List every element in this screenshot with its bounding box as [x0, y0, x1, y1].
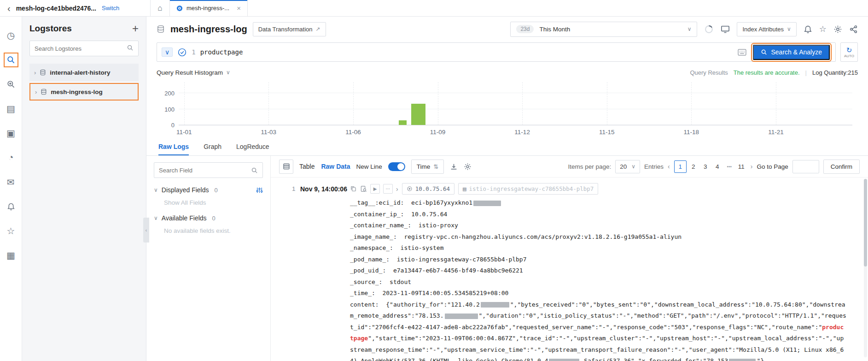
- histogram-bar[interactable]: [411, 104, 425, 125]
- page-button-2[interactable]: 2: [688, 160, 699, 173]
- close-tab-icon[interactable]: ×: [237, 4, 241, 12]
- back-icon[interactable]: ‹: [7, 4, 11, 13]
- scrollbar-thumb[interactable]: [864, 179, 867, 266]
- logstore-item-mesh-ingress-log[interactable]: › mesh-ingress-log: [29, 83, 139, 101]
- switch-project-link[interactable]: Switch: [102, 5, 119, 12]
- log-field-key[interactable]: _container_name_:: [350, 222, 411, 229]
- target-icon: [407, 186, 413, 192]
- histogram-bar[interactable]: [399, 120, 407, 125]
- rail-item-dashboards[interactable]: ◔: [0, 145, 22, 170]
- livetail-icon[interactable]: ▶: [370, 184, 380, 194]
- auto-refresh-button[interactable]: ↻ AUTO: [840, 42, 858, 62]
- log-field-value[interactable]: eci-bp167yxyxkno1: [411, 199, 472, 206]
- bell-icon[interactable]: [804, 25, 812, 34]
- rail-item-resources[interactable]: ▣: [0, 121, 22, 145]
- page-button-1[interactable]: 1: [674, 160, 687, 173]
- log-field-value[interactable]: istio-system: [401, 244, 444, 251]
- data-transformation-button[interactable]: Data Transformation ↗: [253, 22, 326, 36]
- log-field-value[interactable]: 2023-11-09T14:00:05.534585219+08:00: [382, 290, 508, 296]
- main-area: mesh-ingress-log Data Transformation ↗ 2…: [146, 17, 868, 361]
- download-icon[interactable]: [450, 163, 458, 171]
- items-per-page-select[interactable]: 20 ∨: [615, 160, 640, 173]
- prev-page-icon[interactable]: ‹: [668, 163, 670, 170]
- log-field-value[interactable]: stdout: [390, 278, 411, 285]
- field-settings-icon[interactable]: [256, 187, 263, 194]
- confirm-button[interactable]: Confirm: [823, 160, 860, 174]
- log-field-value[interactable]: istio-ingressgateway-c78655bb4-plbp7: [397, 256, 527, 263]
- log-field-key[interactable]: _namespace_:: [350, 244, 393, 251]
- log-field-key[interactable]: __tag__:eci_id:: [350, 199, 404, 206]
- pod-name-chip[interactable]: ▤ istio-ingressgateway-c78655bb4-plbp7: [458, 183, 598, 195]
- log-field-key[interactable]: _time_:: [350, 290, 375, 296]
- expand-icon[interactable]: ›: [35, 89, 37, 95]
- logstore-item-internal-alert-history[interactable]: › internal-alert-history: [29, 64, 139, 81]
- time-sort-button[interactable]: Time ⇅: [411, 160, 444, 174]
- tutorial-highlight-box: [4, 53, 18, 67]
- rail-item-saved-search[interactable]: [0, 72, 22, 96]
- histogram-title[interactable]: Query Result Histogram ∨: [157, 69, 230, 76]
- star-icon[interactable]: ☆: [819, 25, 827, 33]
- add-logstore-button[interactable]: +: [132, 23, 139, 34]
- sidebar-collapse-handle[interactable]: ‹: [143, 218, 149, 243]
- log-field-key[interactable]: content:: [350, 301, 379, 308]
- next-page-icon[interactable]: ›: [751, 163, 753, 170]
- show-all-fields-link[interactable]: Show All Fields: [164, 199, 263, 206]
- search-icon[interactable]: [127, 44, 134, 53]
- search-analyze-button[interactable]: Search & Analyze: [753, 45, 830, 60]
- available-fields-row[interactable]: ∨ Available Fields 0: [154, 214, 263, 222]
- query-results-label: Query Results: [690, 69, 728, 76]
- rail-item-messages[interactable]: ✉: [0, 170, 22, 194]
- keyboard-icon[interactable]: [738, 49, 746, 56]
- share-icon[interactable]: [849, 25, 858, 34]
- index-attributes-button[interactable]: Index Attributes ∨: [737, 22, 796, 36]
- log-field-key[interactable]: _pod_name_:: [350, 256, 390, 263]
- raw-data-view-button[interactable]: Raw Data: [321, 163, 350, 170]
- gear-icon[interactable]: [833, 25, 842, 34]
- scrollbar[interactable]: [864, 179, 867, 357]
- new-line-toggle[interactable]: [388, 162, 405, 171]
- rail-item-reports[interactable]: ▤: [0, 96, 22, 121]
- tab-raw-logs[interactable]: Raw Logs: [158, 138, 189, 155]
- rail-item-apps[interactable]: ▦: [0, 243, 22, 267]
- console-icon[interactable]: [721, 24, 730, 34]
- rail-item-favorites[interactable]: ☆: [0, 219, 22, 243]
- tab-graph[interactable]: Graph: [204, 138, 221, 155]
- rail-item-search[interactable]: [0, 47, 22, 72]
- log-field-key[interactable]: _pod_uid_:: [350, 267, 386, 274]
- log-field-value[interactable]: e7a13447-e6b7-4456-bf49-4a8bbc9e6221: [393, 267, 523, 274]
- compact-view-button[interactable]: [279, 160, 293, 174]
- expand-entry-icon[interactable]: ›: [396, 185, 398, 193]
- log-field-key[interactable]: _image_name_:: [350, 233, 397, 240]
- query-assist-icon[interactable]: [177, 47, 187, 57]
- container-ip-chip[interactable]: 10.0.75.64: [402, 183, 454, 195]
- gear-icon[interactable]: [464, 163, 472, 171]
- log-field-key[interactable]: _source_:: [350, 278, 382, 285]
- time-range-select[interactable]: 23d This Month ∨: [510, 22, 697, 37]
- search-icon[interactable]: [251, 167, 258, 174]
- table-view-button[interactable]: Table: [299, 163, 315, 170]
- page-button-11[interactable]: 11: [736, 160, 746, 173]
- tab-mesh-ingress-log[interactable]: mesh-ingress-... ×: [170, 0, 248, 16]
- displayed-fields-row[interactable]: ∨ Displayed Fields 0: [154, 186, 263, 194]
- tab-logreduce[interactable]: LogReduce: [236, 138, 269, 155]
- usage-progress-icon[interactable]: [704, 24, 714, 34]
- more-actions-icon[interactable]: ⋯: [383, 184, 393, 194]
- log-field-value[interactable]: registry-vpc.cn-hangzhou.aliyuncs.com/ac…: [404, 233, 682, 240]
- log-field-key[interactable]: _container_ip_:: [350, 211, 404, 218]
- log-field-value[interactable]: 10.0.75.64: [411, 211, 447, 218]
- page-button-4[interactable]: 4: [712, 160, 722, 173]
- query-history-chevron-icon[interactable]: ∨: [162, 47, 173, 57]
- go-to-page-input[interactable]: [792, 160, 819, 173]
- histogram-plot[interactable]: 2001000: [179, 82, 852, 125]
- copy-icon[interactable]: [350, 185, 357, 192]
- rail-item-history[interactable]: ◷: [0, 23, 22, 47]
- log-field-value[interactable]: istio-proxy: [419, 222, 458, 229]
- field-search-input[interactable]: [159, 167, 251, 174]
- rail-item-alerts[interactable]: [0, 194, 22, 219]
- context-view-icon[interactable]: [360, 185, 367, 192]
- page-button-3[interactable]: 3: [700, 160, 711, 173]
- logstore-search-input[interactable]: [35, 45, 127, 52]
- query-input[interactable]: productpage: [200, 48, 734, 56]
- home-tab[interactable]: ⌂: [151, 0, 170, 16]
- expand-icon[interactable]: ›: [34, 69, 36, 76]
